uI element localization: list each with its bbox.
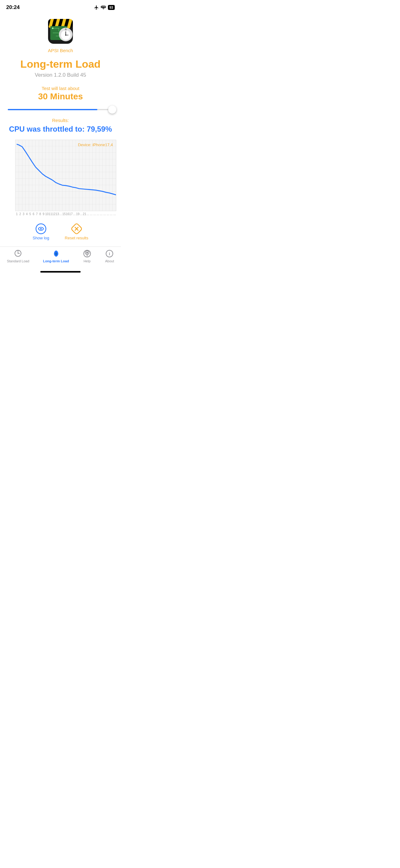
svg-point-76	[86, 252, 88, 254]
x-label: 3	[22, 212, 26, 216]
duration-slider[interactable]	[8, 109, 113, 110]
x-label: 2	[19, 212, 22, 216]
svg-point-72	[18, 253, 19, 254]
about-icon: i	[105, 249, 114, 258]
battery-icon: 93	[108, 5, 115, 10]
tab-about[interactable]: i About	[105, 249, 114, 263]
test-will-last-label: Test will last about	[38, 86, 83, 91]
x-label: ...	[90, 212, 93, 216]
x-label: ...	[100, 212, 103, 216]
duration-value: 30 Minutes	[38, 92, 83, 101]
slider-thumb[interactable]	[108, 105, 116, 114]
x-label: ...	[103, 212, 106, 216]
svg-point-20	[65, 34, 66, 36]
wifi-icon	[101, 5, 106, 10]
x-label: ...	[113, 212, 116, 216]
x-label: ...	[93, 212, 96, 216]
x-label: 10	[45, 212, 49, 216]
svg-text:i: i	[109, 251, 110, 256]
svg-rect-22	[65, 28, 66, 30]
x-label: 1	[15, 212, 19, 216]
results-label: Results:	[52, 118, 69, 123]
x-label: ...	[79, 212, 83, 216]
slider-track	[8, 109, 113, 110]
help-icon	[83, 249, 92, 258]
x-label: 4	[25, 212, 29, 216]
x-label: 16	[66, 212, 69, 216]
reset-icon	[71, 223, 82, 235]
x-label: 8	[38, 212, 42, 216]
status-bar: 20:24 93	[0, 0, 121, 12]
x-label: 12	[52, 212, 56, 216]
svg-point-65	[40, 228, 42, 230]
show-log-label: Show log	[33, 236, 49, 240]
slider-fill	[8, 109, 97, 110]
svg-point-13	[52, 28, 54, 29]
reset-results-button[interactable]: Reset results	[65, 223, 88, 240]
toolbar: Show log Reset results	[0, 223, 121, 240]
x-label: 9	[42, 212, 45, 216]
eye-icon	[35, 223, 46, 235]
x-label: 11	[49, 212, 52, 216]
x-label: 13	[56, 212, 59, 216]
x-label: ...	[86, 212, 90, 216]
x-label: ...	[72, 212, 76, 216]
tab-help[interactable]: Help	[83, 249, 92, 263]
tab-about-label: About	[105, 259, 114, 263]
chart-grid	[15, 140, 116, 211]
x-label: 5	[29, 212, 32, 216]
x-label: 19	[76, 212, 79, 216]
x-label: 21	[83, 212, 86, 216]
show-log-button[interactable]: Show log	[33, 223, 49, 240]
throttle-result: CPU was throttled to: 79,59%	[9, 125, 112, 133]
app-icon	[46, 18, 74, 45]
app-icon-container: APSI Bench	[46, 18, 74, 53]
chart-area: Device: iPhone17,4	[15, 140, 116, 211]
test-duration-container: Test will last about 30 Minutes	[38, 86, 83, 101]
status-icons: 93	[94, 5, 115, 10]
app-name: APSI Bench	[48, 48, 73, 53]
tab-long-term-load-label: Long-term Load	[43, 259, 69, 263]
version-text: Version 1.2.0 Build 45	[35, 72, 86, 78]
page-title: Long-term Load	[21, 58, 101, 70]
x-label: 7	[35, 212, 39, 216]
reset-results-label: Reset results	[65, 236, 88, 240]
x-label: 17	[69, 212, 72, 216]
long-term-load-icon	[52, 249, 61, 258]
chart-container: 49 48 47 46 45 44 43 42 41 40 39 Device:…	[2, 140, 120, 216]
tab-help-label: Help	[84, 259, 91, 263]
airplane-icon	[94, 5, 99, 10]
x-label: ...	[96, 212, 100, 216]
x-label: ...	[109, 212, 113, 216]
standard-load-icon	[14, 249, 22, 258]
home-indicator	[40, 271, 80, 273]
svg-rect-73	[18, 250, 19, 251]
status-time: 20:24	[6, 4, 20, 10]
tab-long-term-load[interactable]: Long-term Load	[43, 249, 69, 263]
tab-standard-load[interactable]: Standard Load	[7, 249, 29, 263]
x-axis-labels: 1 2 3 4 5 6 7 8 9 10 11 12 13 ... 15 16 …	[15, 212, 116, 216]
x-label: 15	[62, 212, 66, 216]
x-label: 6	[32, 212, 35, 216]
x-label: ...	[59, 212, 62, 216]
x-label: ...	[106, 212, 110, 216]
tab-standard-load-label: Standard Load	[7, 259, 29, 263]
tab-bar: Standard Load Long-term Load Help i Abou…	[0, 247, 121, 269]
chart-line	[17, 144, 116, 195]
